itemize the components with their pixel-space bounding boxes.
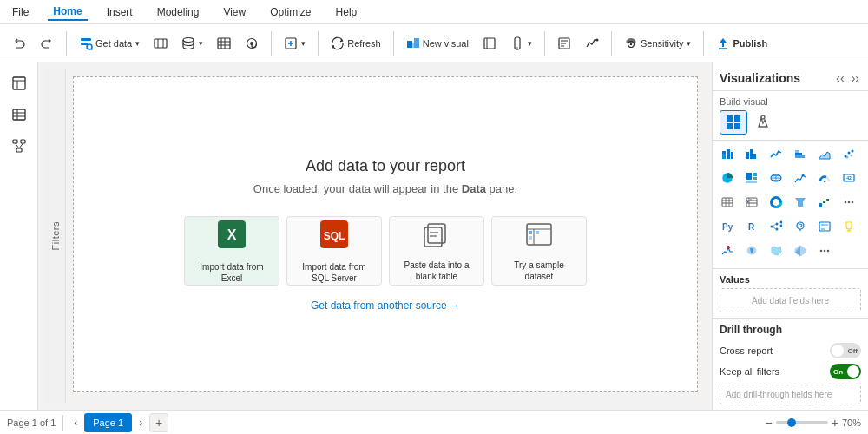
viz-more-row5[interactable] xyxy=(815,241,834,260)
viz-donut[interactable] xyxy=(766,193,786,212)
prev-page-button[interactable]: ‹ xyxy=(70,415,81,431)
format-icon xyxy=(557,36,571,50)
paste-card[interactable]: Paste data into a blank table xyxy=(389,216,484,286)
viz-decomp-tree[interactable] xyxy=(766,217,786,236)
svg-point-114 xyxy=(771,226,773,228)
menu-insert[interactable]: Insert xyxy=(102,4,138,20)
publish-button[interactable]: Publish xyxy=(711,33,773,54)
menu-home[interactable]: Home xyxy=(48,3,87,21)
svg-rect-68 xyxy=(746,152,749,159)
viz-anomaly[interactable] xyxy=(718,241,737,260)
menu-file[interactable]: File xyxy=(7,4,34,20)
svg-rect-61 xyxy=(727,123,733,129)
keep-filters-row: Keep all filters On xyxy=(720,364,861,379)
zoom-slider[interactable] xyxy=(776,421,828,424)
menu-view[interactable]: View xyxy=(218,4,251,20)
zoom-out-button[interactable]: − xyxy=(766,416,773,430)
format-button[interactable] xyxy=(552,33,576,54)
datasource-settings-button[interactable]: ▾ xyxy=(176,33,208,54)
toolbar-sep-6 xyxy=(611,31,612,56)
svg-rect-4 xyxy=(155,39,167,48)
viz-more[interactable] xyxy=(839,193,858,212)
sample-card[interactable]: Try a sample dataset xyxy=(491,216,587,286)
panel-collapse-left[interactable]: ‹‹ xyxy=(834,69,845,87)
zoom-in-button[interactable]: + xyxy=(832,416,838,430)
viz-stacked-bar[interactable] xyxy=(718,144,737,163)
visual-calc-button[interactable]: ▾ xyxy=(279,33,311,54)
get-data-link[interactable]: Get data from another source → xyxy=(184,299,587,312)
keep-filters-label: Keep all filters xyxy=(720,366,779,377)
visual-tab-format[interactable] xyxy=(749,110,777,135)
viz-card[interactable]: 42 xyxy=(839,168,858,187)
sensitivity-button[interactable]: Sensitivity ▾ xyxy=(619,33,697,54)
viz-gauge[interactable] xyxy=(815,168,834,187)
next-page-button[interactable]: › xyxy=(135,415,146,431)
viz-kpi[interactable] xyxy=(791,168,810,187)
keep-filters-toggle[interactable]: On xyxy=(830,364,861,379)
svg-point-117 xyxy=(780,221,783,224)
model-view-icon[interactable] xyxy=(5,132,33,160)
viz-pie[interactable] xyxy=(718,168,737,187)
viz-table[interactable] xyxy=(718,193,737,212)
page-view-button[interactable] xyxy=(477,33,502,54)
visual-tab-grid[interactable] xyxy=(720,110,747,135)
datasource-dropdown-icon: ▾ xyxy=(199,39,203,48)
menu-modeling[interactable]: Modeling xyxy=(152,4,205,20)
viz-map[interactable] xyxy=(766,168,786,187)
viz-shape-map[interactable] xyxy=(766,241,786,260)
svg-rect-58 xyxy=(529,236,532,240)
cross-report-toggle[interactable]: Off xyxy=(830,343,861,358)
viz-funnel[interactable] xyxy=(791,193,810,212)
svg-rect-101 xyxy=(750,199,752,201)
redo-button[interactable] xyxy=(35,33,59,54)
viz-line-chart[interactable] xyxy=(766,144,786,163)
mobile-dropdown: ▾ xyxy=(528,39,532,48)
viz-r-visual[interactable]: R xyxy=(742,217,761,236)
get-data-button[interactable]: Get data ▾ xyxy=(74,33,145,54)
viz-treemap[interactable] xyxy=(742,168,761,187)
values-drop-zone[interactable]: Add data fields here xyxy=(720,288,861,312)
drill-drop-zone[interactable]: Add drill-through fields here xyxy=(720,385,861,404)
svg-marker-104 xyxy=(795,198,806,207)
panel-expand-right[interactable]: ›› xyxy=(850,69,861,87)
sql-card[interactable]: SQL Import data from SQL Server xyxy=(286,216,382,286)
mobile-layout-button[interactable]: ▾ xyxy=(505,33,537,54)
filters-side-panel[interactable]: Filters xyxy=(45,69,66,403)
viz-matrix[interactable] xyxy=(742,193,761,212)
viz-waterfall[interactable] xyxy=(815,193,834,212)
svg-text:SQL: SQL xyxy=(324,230,345,242)
viz-area-chart[interactable] xyxy=(815,144,834,163)
viz-scatter[interactable] xyxy=(839,144,858,163)
viz-qna[interactable] xyxy=(791,217,810,236)
svg-point-29 xyxy=(595,38,598,41)
add-page-button[interactable]: + xyxy=(149,413,168,432)
svg-line-119 xyxy=(773,224,776,227)
drill-title: Drill through xyxy=(720,324,861,336)
menu-optimize[interactable]: Optimize xyxy=(265,4,316,20)
cross-report-switch[interactable]: Off xyxy=(830,343,861,358)
viz-trophy[interactable] xyxy=(839,217,858,236)
excel-card[interactable]: X Import data from Excel xyxy=(184,216,279,286)
viz-filled-map[interactable] xyxy=(742,241,761,260)
mention-button[interactable] xyxy=(240,33,264,54)
new-visual-button[interactable]: New visual xyxy=(401,33,474,54)
transform-data-button[interactable] xyxy=(148,33,173,54)
undo-button[interactable] xyxy=(7,33,31,54)
page-tab[interactable]: Page 1 xyxy=(84,413,132,432)
refresh-button[interactable]: Refresh xyxy=(326,33,386,54)
metrics-button[interactable] xyxy=(580,33,604,54)
table-view-icon[interactable] xyxy=(5,101,33,128)
redo-icon xyxy=(40,36,54,50)
viz-smart-narrative[interactable] xyxy=(815,217,834,236)
svg-rect-62 xyxy=(734,123,740,129)
viz-bar-chart[interactable] xyxy=(742,144,761,163)
viz-column-chart[interactable] xyxy=(791,144,810,163)
table-button[interactable] xyxy=(212,33,236,54)
keep-filters-switch[interactable]: On xyxy=(830,364,861,379)
viz-azure-map[interactable] xyxy=(791,241,810,260)
viz-python[interactable]: Py xyxy=(718,217,737,236)
report-view-icon[interactable] xyxy=(5,69,33,97)
menu-help[interactable]: Help xyxy=(331,4,363,20)
mention-icon xyxy=(245,36,259,50)
page-label: Page 1 xyxy=(93,418,123,428)
